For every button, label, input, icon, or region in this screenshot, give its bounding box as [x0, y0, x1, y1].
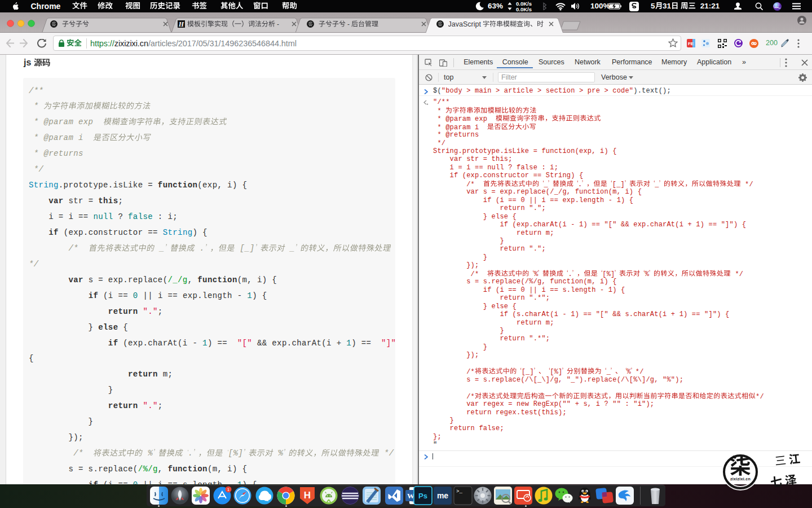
svg-text:FE: FE: [688, 41, 694, 46]
svg-text:>_: >_: [456, 489, 462, 494]
svg-text:H: H: [304, 490, 311, 501]
svg-text:1: 1: [227, 487, 230, 492]
svg-text:H: H: [178, 20, 184, 28]
svg-text:me: me: [437, 491, 448, 500]
svg-text:Ps: Ps: [418, 492, 427, 500]
